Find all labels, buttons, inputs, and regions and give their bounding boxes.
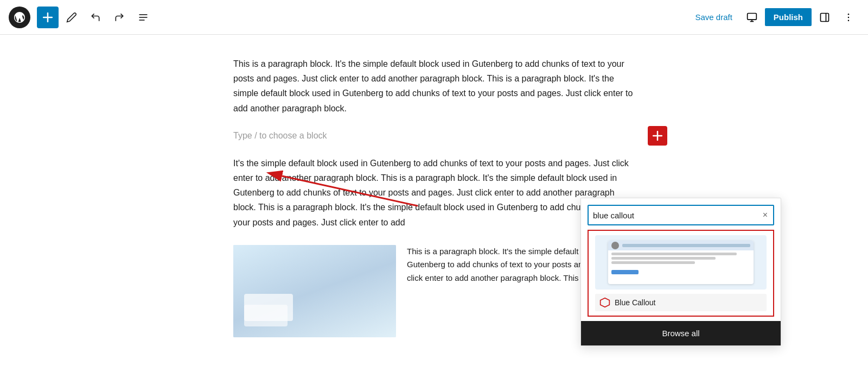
thumb-content — [608, 250, 754, 268]
block-inserter-popup: × — [580, 198, 781, 346]
more-options-button[interactable] — [838, 7, 859, 28]
monitor-icon — [746, 12, 757, 23]
inserter-clear-button[interactable]: × — [762, 209, 769, 221]
result-block-name: Blue Callout — [615, 298, 656, 307]
thumb-cta — [611, 270, 639, 274]
plus-icon — [43, 12, 53, 22]
thumb-title-line — [622, 244, 751, 247]
inserter-search-input[interactable] — [593, 211, 762, 220]
inserter-result-item[interactable]: Blue Callout — [588, 230, 774, 317]
svg-rect-6 — [821, 13, 829, 21]
undo-button[interactable] — [85, 7, 106, 28]
thumb-line-3 — [611, 261, 695, 264]
save-draft-button[interactable]: Save draft — [688, 8, 738, 26]
editor-area: This is a paragraph block. It's the simp… — [0, 35, 868, 365]
toolbar: Save draft Publish — [0, 0, 868, 35]
thumb-avatar — [611, 242, 619, 249]
svg-rect-3 — [747, 13, 756, 20]
result-thumbnail-inner — [608, 241, 754, 284]
thumb-line-1 — [611, 253, 737, 255]
inserter-search-container: × — [588, 205, 774, 225]
publish-button[interactable]: Publish — [765, 8, 812, 26]
wp-icon — [13, 11, 26, 24]
paragraph-block-2[interactable]: It's the simple default block used in Gu… — [233, 156, 635, 230]
svg-point-8 — [848, 13, 850, 15]
paragraph-block-1[interactable]: This is a paragraph block. It's the simp… — [233, 56, 635, 116]
redo-icon — [114, 12, 125, 23]
svg-point-10 — [848, 20, 850, 21]
thumb-header — [608, 241, 754, 250]
editor-content: This is a paragraph block. It's the simp… — [233, 56, 635, 353]
paragraph-text-2: It's the simple default block used in Gu… — [233, 159, 630, 227]
blue-callout-icon — [599, 297, 610, 308]
pen-icon — [66, 12, 77, 23]
placeholder-block[interactable]: Type / to choose a block — [233, 131, 635, 141]
tools-button[interactable] — [61, 7, 82, 28]
add-block-inline-button[interactable] — [648, 126, 667, 146]
thumb-btn-row — [608, 268, 754, 276]
svg-point-9 — [848, 16, 850, 18]
svg-marker-13 — [601, 298, 610, 307]
paragraph-text-1: This is a paragraph block. It's the simp… — [233, 59, 633, 113]
result-thumbnail — [595, 235, 767, 290]
details-button[interactable] — [132, 7, 154, 28]
settings-button[interactable] — [814, 7, 835, 28]
preview-button[interactable] — [741, 7, 763, 28]
undo-icon — [90, 12, 101, 23]
browse-all-button[interactable]: Browse all — [581, 321, 781, 345]
add-block-toolbar-button[interactable] — [37, 7, 59, 28]
media-text-block[interactable]: This is a paragraph block. It's the simp… — [233, 245, 635, 337]
redo-button[interactable] — [108, 7, 130, 28]
result-label-row: Blue Callout — [595, 294, 767, 311]
sidebar-icon — [819, 12, 830, 23]
list-icon — [138, 12, 149, 23]
media-image — [233, 245, 396, 337]
plus-inline-icon — [653, 131, 662, 141]
placeholder-text: Type / to choose a block — [233, 131, 327, 141]
thumb-line-2 — [611, 257, 716, 260]
wordpress-logo[interactable] — [9, 7, 30, 28]
ellipsis-icon — [843, 12, 854, 23]
